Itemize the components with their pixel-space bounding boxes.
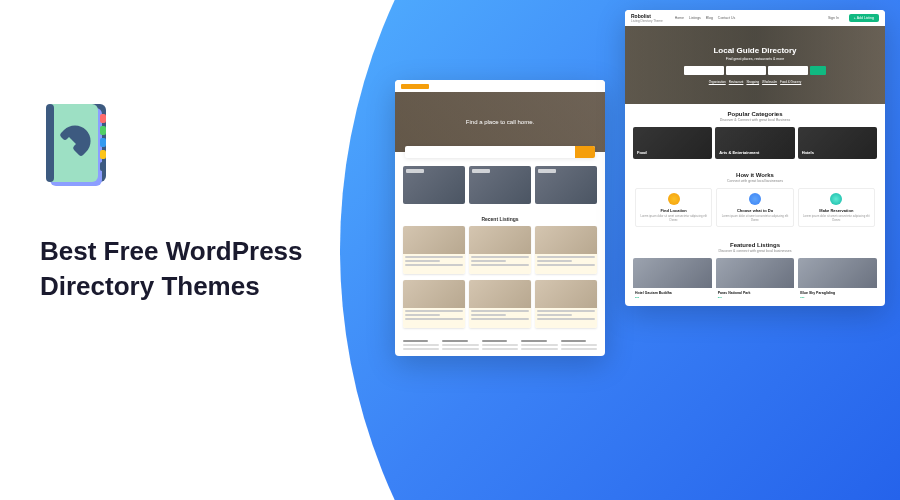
left-content: Best Free WordPress Directory Themes	[40, 100, 360, 304]
svg-rect-5	[100, 126, 106, 135]
mock2-cat-label: Arts & Entertainment	[719, 150, 759, 155]
mock2-tag: Wholesaler	[762, 80, 777, 84]
mock2-hero-sub: Find great places, restaurants & more	[726, 57, 785, 61]
phonebook-icon	[40, 100, 360, 194]
mock1-tile	[535, 166, 597, 204]
mock2-how-title: How it Works	[625, 165, 885, 179]
mock2-work-title: Choose what to Do	[721, 208, 788, 213]
mock2-category: Hotels	[798, 127, 877, 159]
mockup-robolist-theme: Robolist Listing Directory Theme Home Li…	[625, 10, 885, 306]
mock2-tag: Restaurant	[729, 80, 744, 84]
mock2-popular-title: Popular Categories	[625, 104, 885, 118]
mock2-nav-item: Listings	[689, 16, 701, 20]
mock2-how-sub: Connect with great local businesses	[625, 179, 885, 188]
mock2-hero-search	[684, 66, 826, 75]
svg-rect-7	[100, 150, 106, 159]
mock2-hero-tags: Organization Restaurant Shopping Wholesa…	[709, 80, 802, 84]
mock2-cat-label: Food	[637, 150, 647, 155]
mock1-featured-grid	[395, 158, 605, 212]
mock2-fcard-price: $30	[718, 296, 722, 299]
mock2-add-listing-button: + Add Listing	[849, 14, 879, 22]
mock2-work-text: Lorem ipsum dolor sit amet consectetur a…	[803, 215, 870, 222]
mock2-work-title: Make Reservation	[803, 208, 870, 213]
mock2-categories: Food Arts & Entertainment Hotels	[625, 127, 885, 165]
svg-rect-6	[100, 138, 106, 147]
mock2-cat-label: Hotels	[802, 150, 814, 155]
mock1-hero: Find a place to call home.	[395, 92, 605, 152]
mock2-tag: Organization	[709, 80, 726, 84]
svg-rect-4	[100, 114, 106, 123]
mock1-listings-row	[395, 226, 605, 280]
mock2-category: Arts & Entertainment	[715, 127, 794, 159]
mock2-work-text: Lorem ipsum dolor sit amet consectetur a…	[640, 215, 707, 222]
mock1-logo	[401, 84, 429, 89]
mock2-fcard: Paras National Park$30	[716, 258, 795, 302]
mock2-featured-sub: Discover & connect with great local busi…	[625, 249, 885, 258]
mock2-search-button	[810, 66, 826, 75]
mock1-tile	[403, 166, 465, 204]
mock1-card	[403, 226, 465, 274]
mock2-signin: Sign In	[828, 16, 839, 20]
compass-icon	[749, 193, 761, 205]
location-icon	[668, 193, 680, 205]
mock1-hero-title: Find a place to call home.	[466, 119, 534, 125]
mock2-tag: Shopping	[746, 80, 759, 84]
mock2-fcard: Hotel Gautam Buddha$50	[633, 258, 712, 302]
mock2-hero-title: Local Guide Directory	[713, 46, 796, 55]
mock1-card	[535, 280, 597, 328]
mock2-work-card: Find LocationLorem ipsum dolor sit amet …	[635, 188, 712, 227]
mock2-nav-item: Blog	[706, 16, 713, 20]
mock2-brand-sub: Listing Directory Theme	[631, 19, 663, 23]
mock2-nav: Home Listings Blog Contact Us	[675, 16, 736, 20]
mock1-listings-row	[395, 280, 605, 334]
mock2-works: Find LocationLorem ipsum dolor sit amet …	[625, 188, 885, 235]
mock2-work-text: Lorem ipsum dolor sit amet consectetur a…	[721, 215, 788, 222]
mock2-fcard-title: Paras National Park	[718, 291, 793, 295]
mock1-card	[469, 226, 531, 274]
mock2-search-field	[684, 66, 724, 75]
mock2-search-field	[768, 66, 808, 75]
mock1-section-title: Recent Listings	[395, 212, 605, 226]
mock2-nav-item: Contact Us	[718, 16, 735, 20]
mock1-header	[395, 80, 605, 92]
mock1-footer	[395, 334, 605, 356]
svg-rect-8	[100, 162, 106, 171]
mock2-fcard-title: Blue Sky Paragliding	[800, 291, 875, 295]
mock2-featured-listings: Hotel Gautam Buddha$50 Paras National Pa…	[625, 258, 885, 306]
mock2-nav-item: Home	[675, 16, 684, 20]
mock1-card	[403, 280, 465, 328]
page-heading: Best Free WordPress Directory Themes	[40, 234, 360, 304]
mock2-hero: Local Guide Directory Find great places,…	[625, 26, 885, 104]
mock1-search-bar	[405, 146, 595, 158]
mock2-fcard-price: $55	[800, 296, 804, 299]
mock2-header: Robolist Listing Directory Theme Home Li…	[625, 10, 885, 26]
mock2-category: Food	[633, 127, 712, 159]
mock2-work-title: Find Location	[640, 208, 707, 213]
mock1-search-button	[575, 146, 595, 158]
mock2-fcard-title: Hotel Gautam Buddha	[635, 291, 710, 295]
mock2-popular-sub: Discover & Connect with great local Busi…	[625, 118, 885, 127]
mock2-fcard: Blue Sky Paragliding$55	[798, 258, 877, 302]
mock2-fcard-price: $50	[635, 296, 639, 299]
mock2-featured-title: Featured Listings	[625, 235, 885, 249]
mock2-work-card: Choose what to DoLorem ipsum dolor sit a…	[716, 188, 793, 227]
mock2-tag: Food & Grocery	[780, 80, 801, 84]
mock2-search-field	[726, 66, 766, 75]
mock1-tile	[469, 166, 531, 204]
reservation-icon	[830, 193, 842, 205]
mock1-card	[469, 280, 531, 328]
mockup-listing-theme: Find a place to call home. Recent Listin…	[395, 80, 605, 356]
svg-rect-3	[46, 104, 54, 182]
mock2-work-card: Make ReservationLorem ipsum dolor sit am…	[798, 188, 875, 227]
mock1-card	[535, 226, 597, 274]
